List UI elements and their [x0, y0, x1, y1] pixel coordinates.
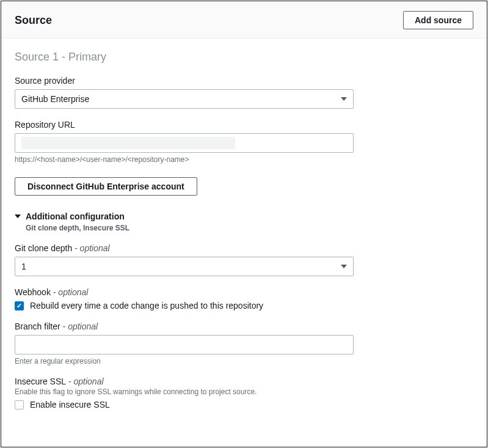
webhook-checkbox-label: Rebuild every time a code change is push… [30, 301, 263, 310]
branch-filter-hint: Enter a regular expression [15, 357, 473, 365]
insecure-ssl-label: Insecure SSL - optional [15, 376, 473, 386]
additional-config-expander: Additional configuration Git clone depth… [15, 211, 473, 232]
panel-header: Source Add source [1, 1, 487, 39]
chevron-down-icon [341, 265, 347, 268]
repository-url-hint: https://<host-name>/<user-name>/<reposit… [15, 155, 473, 164]
source-provider-label: Source provider [15, 76, 473, 86]
section-title: Source 1 - Primary [15, 51, 473, 64]
insecure-ssl-checkbox[interactable] [15, 400, 24, 409]
insecure-ssl-checkbox-label: Enable insecure SSL [30, 400, 110, 409]
disconnect-button[interactable]: Disconnect GitHub Enterprise account [15, 177, 197, 196]
additional-config-toggle[interactable]: Additional configuration [15, 211, 473, 221]
branch-filter-input[interactable] [15, 335, 354, 354]
repository-url-label: Repository URL [15, 120, 473, 130]
repository-url-placeholder [21, 137, 235, 149]
panel-body: Source 1 - Primary Source provider GitHu… [1, 39, 487, 425]
additional-config-subtitle: Git clone depth, Insecure SSL [26, 224, 473, 232]
webhook-field: Webhook - optional ✓ Rebuild every time … [15, 287, 473, 310]
check-icon: ✓ [16, 303, 22, 309]
git-clone-depth-field: Git clone depth - optional 1 [15, 243, 473, 276]
source-provider-field: Source provider GitHub Enterprise [15, 76, 473, 109]
repository-url-input[interactable] [15, 133, 354, 153]
git-clone-depth-label: Git clone depth - optional [15, 243, 473, 253]
source-panel: Source Add source Source 1 - Primary Sou… [1, 1, 487, 447]
webhook-label: Webhook - optional [15, 287, 473, 297]
git-clone-depth-value: 1 [21, 262, 26, 271]
source-provider-select[interactable]: GitHub Enterprise [15, 89, 354, 109]
git-clone-depth-select[interactable]: 1 [15, 257, 354, 276]
repository-url-field: Repository URL https://<host-name>/<user… [15, 120, 473, 164]
branch-filter-field: Branch filter - optional Enter a regular… [15, 321, 473, 365]
webhook-checkbox[interactable]: ✓ [15, 301, 24, 310]
add-source-button[interactable]: Add source [403, 11, 473, 29]
insecure-ssl-hint: Enable this flag to ignore SSL warnings … [15, 387, 473, 396]
branch-filter-text[interactable] [21, 340, 347, 350]
insecure-ssl-field: Insecure SSL - optional Enable this flag… [15, 376, 473, 409]
additional-config-title: Additional configuration [26, 211, 125, 221]
branch-filter-label: Branch filter - optional [15, 321, 473, 331]
source-provider-value: GitHub Enterprise [21, 94, 89, 104]
chevron-down-icon [341, 97, 347, 101]
caret-down-icon [15, 215, 21, 218]
panel-title: Source [15, 14, 52, 27]
